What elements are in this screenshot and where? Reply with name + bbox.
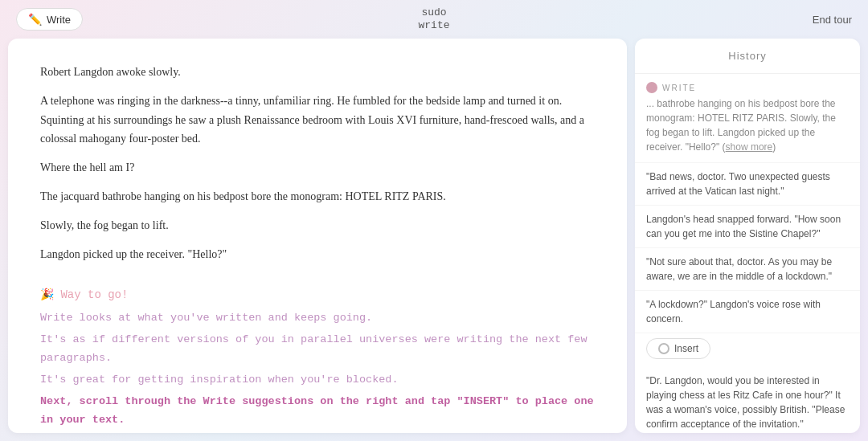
history-write-block: WRITE ... bathrobe hanging on his bedpos… <box>635 74 860 163</box>
suggestions-group-2: "Dr. Langdon, would you be interested in… <box>635 367 860 433</box>
main-layout: Robert Langdon awoke slowly. A telephone… <box>0 39 868 441</box>
editor-text: Robert Langdon awoke slowly. A telephone… <box>40 63 595 263</box>
end-tour-button[interactable]: End tour <box>813 14 852 26</box>
suggestion-item-2: Langdon's head snapped forward. "How soo… <box>635 206 860 248</box>
write-suggestions: 🎉 Way to go! Write looks at what you've … <box>40 280 595 430</box>
suggestion-3: It's great for getting inspiration when … <box>40 371 595 390</box>
write-dot-icon <box>646 82 657 93</box>
app-logo: sudo write <box>418 6 449 31</box>
way-to-go: 🎉 Way to go! <box>40 288 595 301</box>
logo-line1: sudo <box>418 6 449 19</box>
suggestion-item-1: "Bad news, doctor. Two unexpected guests… <box>635 163 860 206</box>
insert-label-1: Insert <box>674 343 698 354</box>
suggestion-2: It's as if different versions of you in … <box>40 331 595 368</box>
paragraph-4: The jacquard bathrobe hanging on his bed… <box>40 187 595 206</box>
cta-text: Next, scroll through the Write suggestio… <box>40 393 595 430</box>
insert-circle-icon-1 <box>658 343 669 354</box>
pencil-icon: ✏️ <box>28 13 42 26</box>
suggestion-1: Write looks at what you've written and k… <box>40 309 595 328</box>
insert-button-1[interactable]: Insert <box>646 338 710 359</box>
write-label: WRITE <box>662 84 696 92</box>
paragraph-6: Langdon picked up the receiver. "Hello?" <box>40 245 595 264</box>
suggestion-item-5: "Dr. Langdon, would you be interested in… <box>635 367 860 433</box>
suggestion-item-3: "Not sure about that, doctor. As you may… <box>635 248 860 291</box>
paragraph-5: Slowly, the fog began to lift. <box>40 216 595 235</box>
write-button-label: Write <box>47 14 71 26</box>
write-tag: WRITE <box>646 82 849 93</box>
history-excerpt: ... bathrobe hanging on his bedpost bore… <box>646 96 849 154</box>
suggestion-item-4: "A lockdown?" Langdon's voice rose with … <box>635 291 860 333</box>
suggestions-group-1: "Bad news, doctor. Two unexpected guests… <box>635 163 860 333</box>
show-more-link[interactable]: show more <box>726 141 773 153</box>
history-panel: History WRITE ... bathrobe hanging on hi… <box>635 39 860 433</box>
logo-line2: write <box>418 19 449 32</box>
paragraph-3: Where the hell am I? <box>40 158 595 178</box>
paragraph-2: A telephone was ringing in the darkness-… <box>40 92 595 149</box>
write-button[interactable]: ✏️ Write <box>16 8 83 31</box>
editor-panel: Robert Langdon awoke slowly. A telephone… <box>8 39 627 433</box>
top-nav: ✏️ Write sudo write End tour <box>0 0 868 39</box>
history-title: History <box>635 39 860 74</box>
paragraph-1: Robert Langdon awoke slowly. <box>40 63 595 82</box>
